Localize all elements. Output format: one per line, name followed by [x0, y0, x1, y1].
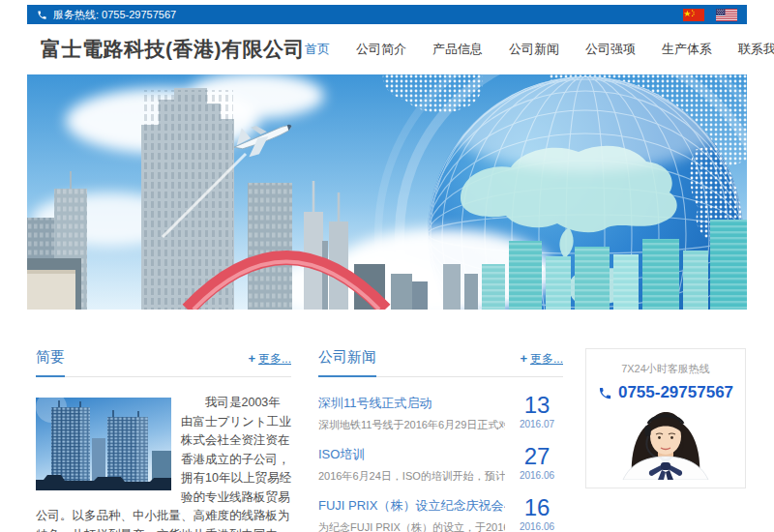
news-item-desc: 2016年6月24日，ISO的培训开始，预计3个月左...: [318, 469, 505, 484]
topbar: 服务热线: 0755-29757567: [27, 5, 747, 24]
news-item-title[interactable]: 深圳11号线正式启动: [318, 395, 505, 412]
service-box: 7X24小时客服热线 0755-29757567: [585, 348, 746, 488]
nav-item-home[interactable]: 首页: [305, 41, 330, 58]
brief-title: 简要: [36, 348, 65, 377]
news-item-desc: 深圳地铁11号线于2016年6月29日正式对外启动，...: [318, 418, 505, 432]
content-row: 简要 +更多...: [27, 348, 747, 532]
phone-icon: [37, 10, 47, 20]
site-header: 富士電路科技(香港)有限公司 首页 公司简介 产品信息 公司新闻 公司强项 生产…: [27, 24, 747, 74]
nav-item-contact[interactable]: 联系我们: [738, 41, 774, 58]
us-flag-icon[interactable]: [716, 9, 737, 21]
news-item[interactable]: ISO培训 2016年6月24日，ISO的培训开始，预计3个月左... 27 2…: [318, 438, 563, 489]
news-title: 公司新闻: [318, 348, 376, 377]
news-item-title[interactable]: ISO培训: [318, 446, 505, 463]
news-item-main: FUJI PRIX（株）设立纪念庆祝会召开 为纪念FUJI PRIX（株）的设立…: [318, 497, 505, 532]
news-item-date: 27 2016.06: [511, 446, 563, 481]
hero-banner: [27, 74, 747, 310]
news-list: 深圳11号线正式启动 深圳地铁11号线于2016年6月29日正式对外启动，...…: [318, 387, 563, 532]
brief-header: 简要 +更多...: [36, 348, 291, 377]
nav-item-about[interactable]: 公司简介: [356, 41, 406, 58]
news-item-date: 16 2016.06: [511, 497, 563, 532]
hotline: 服务热线: 0755-29757567: [37, 8, 176, 22]
plus-icon: +: [248, 351, 255, 366]
nav-item-production[interactable]: 生产体系: [662, 41, 712, 58]
brief-more-link[interactable]: +更多...: [248, 351, 291, 376]
news-item-title[interactable]: FUJI PRIX（株）设立纪念庆祝会召开: [318, 497, 505, 515]
service-phone: 0755-29757567: [586, 383, 745, 402]
news-item[interactable]: 深圳11号线正式启动 深圳地铁11号线于2016年6月29日正式对外启动，...…: [318, 387, 563, 438]
main-nav: 首页 公司简介 产品信息 公司新闻 公司强项 生产体系 联系我们: [305, 41, 774, 58]
brief-more-text: 更多...: [258, 352, 291, 366]
service-agent-photo: [586, 408, 745, 480]
china-flag-icon[interactable]: [683, 9, 704, 21]
plus-icon: +: [520, 351, 527, 366]
news-item-desc: 为纪念FUJI PRIX（株）的设立，于2016年6月11...: [318, 520, 505, 532]
company-title: 富士電路科技(香港)有限公司: [41, 36, 305, 63]
hero-banner-image: [27, 74, 747, 310]
news-item[interactable]: FUJI PRIX（株）设立纪念庆祝会召开 为纪念FUJI PRIX（株）的设立…: [318, 489, 563, 532]
page-container: 服务热线: 0755-29757567: [27, 5, 747, 532]
nav-item-news[interactable]: 公司新闻: [509, 41, 559, 58]
news-item-yearmonth: 2016.07: [511, 419, 563, 429]
news-item-main: ISO培训 2016年6月24日，ISO的培训开始，预计3个月左...: [318, 446, 505, 484]
section-brief: 简要 +更多...: [36, 348, 291, 532]
brief-body: 我司是2003年由富士プリント工业株式会社全资注资在香港成立的子公司，拥有10年…: [36, 394, 291, 532]
news-more-text: 更多...: [530, 352, 563, 366]
news-item-day: 13: [511, 395, 563, 416]
hotline-text: 服务热线: 0755-29757567: [53, 8, 176, 22]
language-switcher: [683, 9, 737, 21]
news-item-day: 16: [511, 497, 563, 518]
nav-item-products[interactable]: 产品信息: [432, 41, 483, 58]
news-item-yearmonth: 2016.06: [511, 470, 563, 481]
nav-item-strengths[interactable]: 公司强项: [585, 41, 636, 58]
phone-icon: [598, 386, 612, 400]
news-header: 公司新闻 +更多...: [318, 348, 563, 377]
service-phone-number: 0755-29757567: [618, 383, 733, 402]
service-label: 7X24小时客服热线: [586, 362, 745, 376]
brief-photo: [36, 398, 171, 490]
news-item-day: 27: [511, 446, 563, 467]
news-more-link[interactable]: +更多...: [520, 351, 563, 376]
news-item-yearmonth: 2016.06: [511, 521, 563, 532]
section-news: 公司新闻 +更多... 深圳11号线正式启动 深圳地铁11号线于2016年6月2…: [318, 348, 563, 532]
news-item-main: 深圳11号线正式启动 深圳地铁11号线于2016年6月29日正式对外启动，...: [318, 395, 505, 432]
news-item-date: 13 2016.07: [511, 395, 563, 429]
